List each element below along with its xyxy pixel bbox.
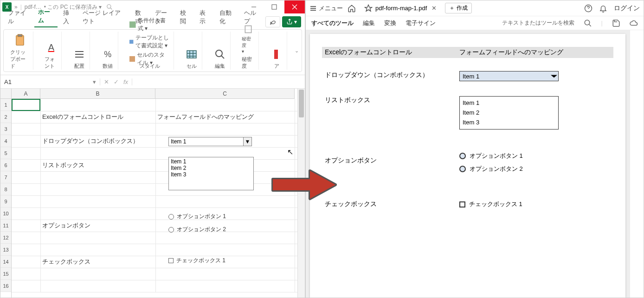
pdf-listbox-item[interactable]: Item 3: [463, 118, 555, 128]
cell-b4[interactable]: ドロップダウン（コンボボックス）: [42, 137, 139, 145]
cond-format-button[interactable]: 条件付き書式 ▾: [129, 17, 170, 32]
tab-close-icon[interactable]: ✕: [431, 5, 437, 12]
pdf-listbox-item[interactable]: Item 1: [463, 98, 555, 108]
row-header[interactable]: 11: [0, 220, 11, 232]
share-button[interactable]: ▾: [282, 16, 301, 27]
group-secrecy[interactable]: 秘密度▾ 秘密度: [238, 32, 259, 70]
document-tab[interactable]: pdf-form-map-1.pdf ✕: [361, 2, 440, 14]
dropdown-arrow-icon[interactable]: [551, 72, 557, 80]
scrollbar-thumb[interactable]: [299, 90, 304, 117]
pdf-radio-1[interactable]: オプションボタン 1: [459, 152, 611, 160]
font-icon[interactable]: A: [45, 41, 58, 54]
maximize-button[interactable]: [264, 0, 284, 13]
name-box[interactable]: A1▾: [0, 78, 100, 85]
cell-b2[interactable]: Excelのフォームコントロール: [42, 113, 123, 121]
save-icon[interactable]: [612, 19, 620, 27]
pdf-checkbox-1[interactable]: チェックボックス 1: [459, 200, 611, 208]
all-tools-button[interactable]: すべてのツール: [311, 19, 354, 27]
home-icon[interactable]: [348, 4, 356, 13]
number-icon[interactable]: %: [101, 48, 114, 61]
row-header[interactable]: 14: [0, 256, 11, 268]
group-number[interactable]: % 数値: [97, 32, 118, 70]
select-all-corner[interactable]: [0, 89, 11, 99]
close-button[interactable]: [284, 0, 305, 13]
search-hint[interactable]: テキストまたはツールを検索: [502, 19, 574, 27]
group-edit[interactable]: 編集: [210, 32, 231, 70]
tab-view[interactable]: 表示: [196, 7, 213, 27]
menu-button[interactable]: メニュー: [309, 4, 343, 13]
row-header[interactable]: 5: [0, 147, 11, 159]
tab-home[interactable]: ホーム: [34, 6, 58, 27]
edit-button[interactable]: 編集: [363, 19, 375, 27]
accept-icon[interactable]: ✓: [114, 78, 119, 85]
paste-icon[interactable]: [13, 34, 26, 47]
acrobat-page-area[interactable]: Excelのフォームコントロール フォームフィールドへのマッピング ドロップダウ…: [306, 30, 630, 298]
row-header[interactable]: 2: [0, 111, 11, 123]
cancel-icon[interactable]: ✕: [104, 78, 109, 85]
row-header[interactable]: 12: [0, 232, 11, 244]
listbox-item[interactable]: Item 2: [171, 165, 251, 171]
row-header[interactable]: 13: [0, 244, 11, 256]
col-header-c[interactable]: C: [155, 89, 295, 99]
acrobat-right-sidebar[interactable]: [630, 30, 644, 298]
dropdown-arrow-icon[interactable]: ▼: [243, 137, 251, 146]
excel-checkbox-1[interactable]: チェックボックス 1: [168, 257, 225, 265]
col-header-b[interactable]: B: [40, 89, 155, 99]
pdf-radio-2[interactable]: オプションボタン 2: [459, 165, 611, 173]
row-header[interactable]: 8: [0, 183, 11, 195]
row-header[interactable]: 1: [0, 99, 11, 111]
listbox-item[interactable]: Item 3: [171, 171, 251, 178]
active-cell[interactable]: [12, 99, 40, 111]
align-icon[interactable]: [73, 48, 86, 61]
cell-b11[interactable]: オプションボタン: [42, 221, 90, 230]
group-align[interactable]: 配置: [69, 32, 90, 70]
login-button[interactable]: ログイン: [614, 4, 640, 13]
star-icon[interactable]: [364, 4, 373, 13]
edit-icon[interactable]: [213, 48, 226, 61]
bell-icon[interactable]: [599, 4, 607, 13]
sign-button[interactable]: 電子サイン: [406, 19, 436, 27]
row-header[interactable]: 16: [0, 280, 11, 292]
excel-listbox[interactable]: Item 1 Item 2 Item 3: [168, 157, 254, 190]
tab-file[interactable]: ファイル: [4, 7, 32, 27]
secrecy-icon[interactable]: [242, 25, 255, 34]
pdf-combobox[interactable]: Item 1: [459, 71, 559, 81]
pdf-listbox-item[interactable]: Item 2: [463, 108, 555, 118]
excel-combobox[interactable]: Item 1 ▼: [168, 137, 252, 146]
tab-review[interactable]: 校閲: [176, 7, 194, 27]
pdf-listbox[interactable]: Item 1 Item 2 Item 3: [459, 96, 559, 130]
row-header[interactable]: 3: [0, 123, 11, 135]
group-clipboard[interactable]: クリップボード: [6, 32, 33, 70]
fx-icon[interactable]: fx: [123, 78, 128, 85]
cloud-icon[interactable]: [630, 19, 638, 27]
cell-c2[interactable]: フォームフィールドへのマッピング: [157, 113, 254, 121]
row-header[interactable]: 15: [0, 268, 11, 280]
ribbon-collapse[interactable]: ⌄: [295, 32, 299, 70]
row-header[interactable]: 9: [0, 195, 11, 207]
listbox-item[interactable]: Item 1: [171, 158, 251, 165]
comments-button[interactable]: [265, 16, 280, 27]
row-header[interactable]: 7: [0, 171, 11, 183]
tab-layout[interactable]: ページ レイアウト: [79, 7, 129, 27]
col-header-a[interactable]: A: [12, 89, 40, 99]
row-header[interactable]: 10: [0, 207, 11, 220]
cell-icon[interactable]: [185, 48, 198, 61]
excel-option-1[interactable]: オプションボタン 1: [168, 213, 226, 220]
row-header[interactable]: 6: [0, 159, 11, 171]
cells-area[interactable]: Excelのフォームコントロール フォームフィールドへのマッピング ドロップダウ…: [12, 99, 297, 292]
cell-b6[interactable]: リストボックス: [42, 161, 84, 169]
row-header[interactable]: 4: [0, 135, 11, 147]
group-addins[interactable]: ア: [266, 32, 287, 70]
tab-automate[interactable]: 自動化: [216, 7, 239, 27]
search-icon[interactable]: [584, 19, 592, 27]
cell-b14[interactable]: チェックボックス: [42, 258, 90, 266]
addin-icon[interactable]: [270, 48, 283, 61]
tab-insert[interactable]: 挿入: [59, 7, 77, 27]
help-icon[interactable]: [584, 4, 592, 13]
table-format-button[interactable]: テーブルとして書式設定 ▾: [129, 34, 170, 50]
group-font[interactable]: A フォント: [41, 32, 62, 70]
group-cell[interactable]: セル: [181, 32, 202, 70]
create-button[interactable]: ＋作成: [445, 3, 472, 13]
excel-option-2[interactable]: オプションボタン 2: [168, 226, 226, 233]
convert-button[interactable]: 変換: [384, 19, 396, 27]
